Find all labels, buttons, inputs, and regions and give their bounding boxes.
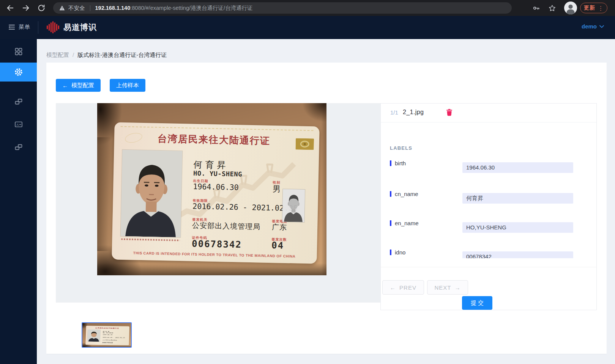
arrow-left-icon: ← <box>62 82 68 89</box>
next-button[interactable]: NEXT → <box>427 280 468 295</box>
card-footer-text: THIS CARD IS INTENDED FOR ITS HOLDER TO … <box>112 250 317 259</box>
address-bar[interactable]: 不安全 192.168.1.140:8080/#/example-setting… <box>53 2 512 14</box>
id-card-icon: A <box>14 120 23 129</box>
field-input-en-name[interactable]: HO,YU-SHENG <box>462 222 573 233</box>
blocks-icon <box>14 97 23 106</box>
submit-button[interactable]: 提 交 <box>462 296 492 310</box>
sample-thumbnail[interactable]: 台湾居民来往大陆通行证 何育昇 HO. YU-SHENG 1964.06.30 … <box>82 322 132 348</box>
labels-scroll-area[interactable]: LABELS birth 1964.06.30 cn_name 何育昇 en_n… <box>381 122 596 258</box>
menu-label: 菜单 <box>19 24 30 31</box>
screen: 不安全 192.168.1.140:8080/#/example-setting… <box>0 0 615 364</box>
svg-text:A: A <box>16 123 19 127</box>
field-input-idno[interactable]: 00678342 <box>462 251 573 258</box>
card-sex-value: 男 <box>273 184 281 194</box>
sidebar-item-dashboard[interactable] <box>0 42 37 61</box>
card-number-value: 00678342 <box>102 342 113 344</box>
sidebar-item-settings[interactable] <box>0 63 37 82</box>
card-emblem-icon <box>295 138 314 150</box>
key-icon[interactable] <box>532 4 540 12</box>
card-portrait <box>121 150 183 237</box>
card-portrait <box>87 329 101 342</box>
pagination-indicator: 1/1 <box>390 109 398 116</box>
app-header: 菜单 易道博识 demo <box>0 16 615 39</box>
card-place-value: 广东 <box>272 222 287 232</box>
sidebar-item-annotation[interactable]: A <box>0 115 37 134</box>
labels-title: LABELS <box>390 145 412 151</box>
field-name: cn_name <box>395 191 418 197</box>
field-label-idno: idno <box>390 249 405 256</box>
kebab-menu-icon[interactable]: ⋮ <box>598 5 604 11</box>
header-divider <box>38 21 38 34</box>
menu-toggle[interactable]: 菜单 <box>8 24 30 31</box>
card-authority-value: 公安部出入境管理局 <box>102 339 117 341</box>
breadcrumb-current: 版式标注-港澳台通行证-台湾通行证 <box>77 52 167 59</box>
field-label-en-name: en_name <box>390 220 419 226</box>
sidebar-item-modules[interactable] <box>0 138 37 157</box>
card-number-value: 00678342 <box>192 238 242 250</box>
warning-icon <box>59 5 65 11</box>
main-content: ← 模型配置 上传样本 台湾居民来往大陆通行证 <box>46 63 607 354</box>
browser-reload-icon[interactable] <box>37 4 46 12</box>
card-title: 台湾居民来往大陆通行证 <box>90 327 124 329</box>
breadcrumb: 模型配置 / 版式标注-港澳台通行证-台湾通行证 <box>46 52 167 59</box>
upload-button-label: 上传样本 <box>116 82 139 89</box>
next-label: NEXT <box>434 284 451 291</box>
card-title: 台湾居民来往大陆通行证 <box>135 132 293 148</box>
chevron-down-icon <box>599 25 604 28</box>
field-input-cn-name[interactable]: 何育昇 <box>462 193 573 204</box>
brand-logo-icon <box>46 20 60 34</box>
user-menu[interactable]: demo <box>582 23 604 30</box>
photo-shadow <box>321 103 326 275</box>
card-birth-value: 1964.06.30 <box>193 182 239 192</box>
photo-shadow <box>97 263 326 275</box>
field-name: birth <box>395 160 406 166</box>
browser-forward-icon[interactable] <box>22 4 30 12</box>
label-panel: 1/1 2_1.jpg LABELS birth 1964.06.30 cn_n… <box>380 103 597 310</box>
thumbnail-photo: 台湾居民来往大陆通行证 何育昇 HO. YU-SHENG 1964.06.30 … <box>82 323 131 347</box>
arrow-left-icon: ← <box>390 284 396 291</box>
thumbnail-card: 台湾居民来往大陆通行证 何育昇 HO. YU-SHENG 1964.06.30 … <box>85 326 129 345</box>
field-name: en_name <box>395 220 419 226</box>
card-en-name: HO. YU-SHENG <box>193 169 242 178</box>
brand: 易道博识 <box>46 20 97 34</box>
card-decor-line <box>121 126 314 131</box>
upload-sample-button[interactable]: 上传样本 <box>110 79 145 92</box>
sidebar: A <box>0 39 37 364</box>
card-validity-value: 2016.02.26 - 2021.02.25 <box>102 337 125 338</box>
field-color-bar <box>390 249 391 255</box>
field-color-bar <box>390 191 391 197</box>
card-birth-value: 1964.06.30 <box>102 334 112 336</box>
photo-shadow <box>82 345 131 347</box>
back-to-config-button[interactable]: ← 模型配置 <box>56 79 101 92</box>
security-label[interactable]: 不安全 <box>68 5 85 12</box>
card-microtext-strip <box>121 238 180 241</box>
field-color-bar <box>390 160 391 166</box>
bookmark-star-icon[interactable] <box>548 4 556 12</box>
gear-icon <box>14 67 24 77</box>
back-button-label: 模型配置 <box>71 82 94 89</box>
filename-label: 2_1.jpg <box>403 109 424 116</box>
address-separator <box>90 5 90 11</box>
card-en-name: HO. YU-SHENG <box>103 332 113 333</box>
breadcrumb-separator: / <box>73 52 74 59</box>
field-label-cn-name: cn_name <box>390 191 418 197</box>
chrome-update-button[interactable]: 更新 ⋮ <box>580 3 607 13</box>
blocks-icon <box>14 143 23 152</box>
field-label-birth: birth <box>390 160 406 166</box>
image-viewer: 台湾居民来往大陆通行证 <box>56 103 380 303</box>
panel-header: 1/1 2_1.jpg <box>381 104 596 122</box>
browser-toolbar: 不安全 192.168.1.140:8080/#/example-setting… <box>0 0 615 16</box>
brand-name: 易道博识 <box>63 22 97 33</box>
url-text[interactable]: 192.168.1.140:8080/#/example-setting/港澳台… <box>95 5 253 12</box>
breadcrumb-parent[interactable]: 模型配置 <box>46 52 69 59</box>
profile-avatar[interactable] <box>564 2 577 14</box>
arrow-right-icon: → <box>455 284 461 291</box>
browser-back-icon[interactable] <box>6 4 14 12</box>
delete-icon[interactable] <box>446 109 453 116</box>
prev-button[interactable]: ← PREV <box>382 280 424 295</box>
menu-icon <box>8 24 15 30</box>
field-input-birth[interactable]: 1964.06.30 <box>462 162 573 173</box>
card-authority-value: 公安部出入境管理局 <box>192 221 261 232</box>
sidebar-item-models[interactable] <box>0 92 37 111</box>
panel-footer: ← PREV NEXT → 提 交 <box>381 267 596 310</box>
